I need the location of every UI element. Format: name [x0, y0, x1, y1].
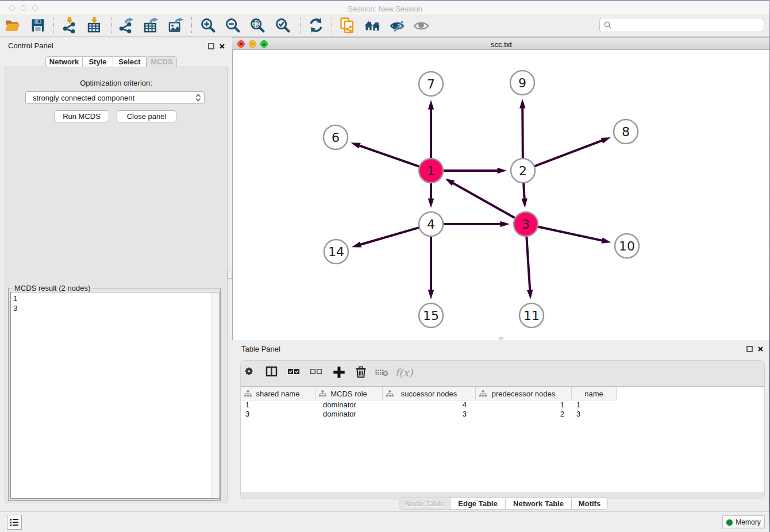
column-header-MCDS-role[interactable]: MCDS role — [315, 387, 383, 400]
column-sort-icon — [479, 390, 487, 399]
task-history-button[interactable] — [7, 515, 22, 530]
search-icon — [603, 21, 613, 30]
run-mcds-button[interactable]: Run MCDS — [54, 110, 109, 122]
zoom-fit-icon[interactable] — [248, 16, 267, 34]
table-tab-node-table[interactable]: Node Table — [399, 498, 451, 510]
edge-2-8[interactable] — [534, 140, 605, 167]
table-panel-float-icon[interactable] — [746, 346, 753, 352]
edge-arrow-1-7 — [428, 100, 434, 110]
memory-button-label: Memory — [736, 518, 760, 526]
toolbar-separator — [111, 17, 112, 33]
control-panel-tab-style[interactable]: Style — [83, 56, 113, 67]
import-table-icon[interactable] — [84, 16, 104, 34]
table-tab-network-table[interactable]: Network Table — [506, 498, 572, 510]
control-panel-tab-mcds[interactable]: MCDS — [147, 56, 177, 67]
edge-arrow-3-11 — [527, 290, 533, 299]
column-header-label: name — [584, 390, 603, 398]
cell-predecessor-nodes[interactable]: 1 — [476, 400, 572, 410]
search-input[interactable] — [599, 18, 764, 32]
edge-arrow-1-6 — [351, 142, 360, 148]
import-network-icon[interactable] — [60, 16, 79, 34]
refresh-icon[interactable] — [306, 16, 326, 34]
mcds-result-values: 1 3 — [13, 294, 17, 313]
graph-node-label-15: 15 — [423, 309, 439, 323]
node-table-row-1[interactable]: 1dominator411 — [241, 400, 764, 410]
graph-node-label-4: 4 — [427, 217, 435, 232]
toolbar-separator — [332, 17, 332, 33]
table-panel-close-icon[interactable] — [757, 346, 764, 352]
table-mode-icon[interactable] — [240, 363, 260, 381]
cell-predecessor-nodes[interactable]: 2 — [476, 410, 572, 419]
cell-shared-name[interactable]: 1 — [241, 400, 315, 410]
column-header-shared-name[interactable]: shared name — [241, 387, 315, 400]
edge-3-10[interactable] — [537, 226, 606, 241]
delete-columns-icon[interactable] — [351, 363, 371, 381]
zoom-selected-icon[interactable] — [273, 16, 292, 34]
edge-arrow-1-4 — [428, 199, 434, 209]
column-header-successor-nodes[interactable]: successor nodes — [383, 387, 476, 400]
optimization-criterion-label: Optimization criterion: — [5, 79, 228, 87]
edge-arrow-2-3 — [521, 198, 527, 208]
mcds-result-box[interactable] — [10, 292, 220, 499]
export-image-icon[interactable] — [166, 16, 186, 34]
clone-network-icon[interactable] — [337, 16, 357, 34]
vertical-splitter-handle[interactable] — [228, 271, 232, 279]
zoom-in-icon[interactable] — [198, 16, 218, 34]
control-panel-tab-select[interactable]: Select — [113, 56, 147, 67]
hide-details-icon[interactable] — [387, 16, 407, 34]
column-header-name[interactable]: name — [572, 387, 617, 400]
zoom-out-icon[interactable] — [223, 16, 242, 34]
export-table-icon[interactable] — [141, 16, 160, 34]
show-columns-icon[interactable] — [263, 363, 282, 381]
edge-3-11[interactable] — [526, 236, 530, 294]
column-header-predecessor-nodes[interactable]: predecessor nodes — [476, 387, 572, 400]
control-panel-tab-network[interactable]: Network — [45, 56, 83, 67]
cell-shared-name[interactable]: 3 — [241, 410, 315, 419]
delete-table-icon[interactable] — [372, 363, 392, 381]
cell-MCDS-role[interactable]: dominator — [315, 400, 383, 410]
function-builder-icon[interactable]: f(x) — [394, 363, 414, 381]
column-header-label: MCDS role — [330, 390, 367, 398]
optimization-criterion-select[interactable]: strongly connected component — [25, 91, 205, 104]
edge-arrow-3-1 — [445, 179, 455, 186]
open-session-icon[interactable] — [3, 16, 22, 34]
show-details-icon[interactable] — [411, 16, 431, 34]
horizontal-splitter-handle[interactable] — [499, 337, 503, 340]
cell-successor-nodes[interactable]: 4 — [383, 400, 476, 410]
control-panel-tabs: NetworkStyleSelectMCDS — [45, 56, 177, 67]
app-titlebar[interactable]: Session: New Session — [0, 1, 770, 14]
houses-icon[interactable] — [363, 16, 382, 34]
control-panel-close-icon[interactable] — [219, 43, 225, 49]
export-network-icon[interactable] — [116, 16, 136, 34]
edge-4-14[interactable] — [357, 228, 420, 246]
edge-arrow-3-10 — [601, 238, 611, 244]
select-all-icon[interactable] — [284, 363, 304, 381]
table-tab-edge-table[interactable]: Edge Table — [451, 498, 506, 510]
cell-name[interactable]: 1 — [572, 400, 617, 410]
control-panel-float-icon[interactable] — [208, 43, 214, 49]
task-list-icon — [9, 518, 20, 527]
node-table-row-2[interactable]: 3dominator323 — [241, 410, 764, 419]
memory-button[interactable]: Memory — [722, 515, 765, 529]
edge-arrow-4-15 — [428, 290, 434, 300]
edge-arrow-2-8 — [601, 137, 611, 144]
cell-successor-nodes[interactable]: 3 — [383, 410, 476, 419]
edge-2-9[interactable] — [522, 105, 523, 159]
edge-1-6[interactable] — [356, 145, 420, 167]
close-panel-button[interactable]: Close panel — [117, 110, 176, 122]
save-session-icon[interactable] — [28, 16, 48, 34]
cell-name[interactable]: 3 — [572, 410, 617, 419]
table-tab-motifs[interactable]: Motifs — [572, 498, 608, 510]
deselect-all-icon[interactable] — [307, 363, 326, 381]
add-column-icon[interactable] — [329, 363, 349, 381]
cell-MCDS-role[interactable]: dominator — [315, 410, 383, 419]
network-graph[interactable]: 1234678910111415 — [233, 50, 769, 340]
network-window-title: scc.txt — [233, 40, 770, 49]
mcds-result-scrollbar[interactable] — [211, 292, 220, 498]
edge-arrow-4-3 — [500, 221, 510, 227]
edge-3-1[interactable] — [451, 182, 516, 218]
column-sort-icon — [319, 390, 326, 399]
column-sort-icon — [244, 390, 252, 399]
toolbar-separator — [53, 17, 54, 33]
toolbar-separator — [191, 17, 192, 33]
